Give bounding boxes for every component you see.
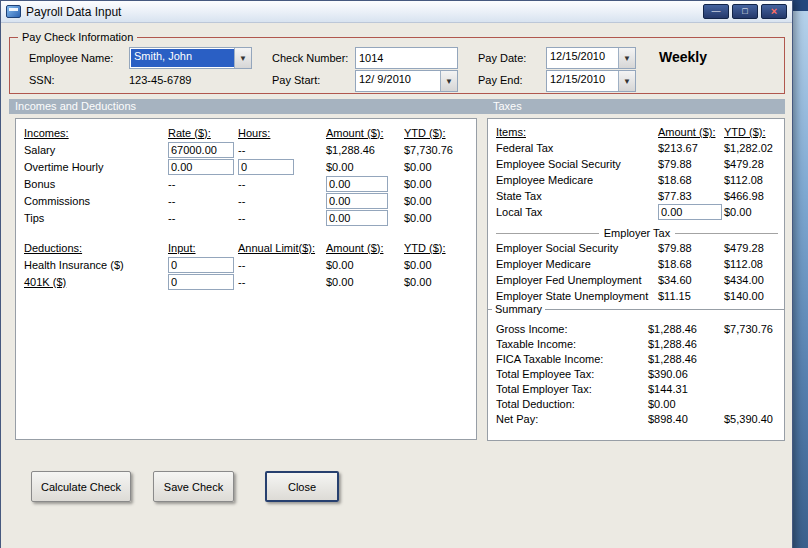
summary-amount-value: $1,288.46 [648, 353, 724, 365]
tips-hours-value: -- [238, 212, 326, 224]
employer-taxes-table: Employer Social Security $79.88 $479.28 … [496, 240, 778, 304]
summary-table: Gross Income: $1,288.46 $7,730.76 Taxabl… [488, 315, 784, 426]
summary-amount-value: $1,288.46 [648, 323, 724, 335]
row-label-health-insurance: Health Insurance ($) [24, 259, 168, 271]
minimize-button[interactable]: — [703, 4, 729, 19]
pay-end-combobox[interactable]: 12/15/2010 ▼ [546, 70, 636, 92]
close-icon: × [771, 6, 777, 17]
dropdown-arrow-icon[interactable]: ▼ [440, 71, 457, 91]
tax-row-label: State Tax [496, 190, 658, 202]
calculate-check-button[interactable]: Calculate Check [31, 471, 131, 502]
desktop-background: Payroll Data Input — □ × Pay Check Infor… [0, 0, 808, 548]
employee-name-combobox[interactable]: Smith, John ▼ [129, 47, 252, 69]
summary-amount-value: $390.06 [648, 368, 724, 380]
deductions-table: Deductions: Input: Annual Limit($): Amou… [24, 239, 474, 290]
employee-name-label: Employee Name: [29, 52, 113, 64]
incomes-table: Incomes: Rate ($): Hours: Amount ($): YT… [24, 124, 474, 226]
tax-ytd-value: $479.28 [724, 242, 778, 254]
payroll-window: Payroll Data Input — □ × Pay Check Infor… [0, 0, 793, 548]
section-header-incomes-deductions: Incomes and Deductions [15, 100, 136, 112]
paycheck-info-legend: Pay Check Information [18, 31, 137, 43]
dropdown-arrow-icon[interactable]: ▼ [618, 48, 635, 68]
row-label-salary: Salary [24, 144, 168, 156]
commissions-hours-value: -- [238, 195, 326, 207]
tax-row-label: Employer Fed Unemployment [496, 274, 658, 286]
arrow-glyph: ▼ [623, 77, 631, 86]
overtime-hours-input[interactable] [238, 159, 294, 175]
salary-amount-value: $1,288.46 [326, 144, 404, 156]
tax-ytd-value: $112.08 [724, 258, 778, 270]
pay-date-combobox[interactable]: 12/15/2010 ▼ [546, 47, 636, 69]
pay-start-combobox[interactable]: 12/ 9/2010 ▼ [355, 70, 458, 92]
incomes-deductions-panel: Incomes: Rate ($): Hours: Amount ($): YT… [15, 118, 477, 440]
tax-ytd-value: $1,282.02 [724, 142, 778, 154]
tips-rate-value: -- [168, 212, 238, 224]
section-header-taxes: Taxes [493, 100, 522, 112]
commissions-amount-input[interactable] [326, 193, 388, 209]
arrow-glyph: ▼ [623, 54, 631, 63]
health-insurance-input[interactable] [168, 257, 234, 273]
tax-amount-value: $11.15 [658, 290, 724, 302]
health-limit-value: -- [238, 259, 326, 271]
column-header-amount: Amount ($): [658, 126, 724, 138]
column-header-deductions: Deductions: [24, 242, 168, 254]
column-header-ytd: YTD ($): [724, 126, 778, 138]
summary-ytd-value: $7,730.76 [724, 323, 784, 335]
summary-amount-value: $144.31 [648, 383, 724, 395]
column-header-ytd: YTD ($): [404, 242, 474, 254]
salary-rate-input[interactable] [168, 142, 234, 158]
column-header-annual-limit: Annual Limit($): [238, 242, 326, 254]
401k-limit-value: -- [238, 276, 326, 288]
column-header-amount: Amount ($): [326, 127, 404, 139]
health-ytd-value: $0.00 [404, 259, 474, 271]
tips-amount-input[interactable] [326, 210, 388, 226]
desktop-fragment [792, 0, 808, 11]
section-band: Incomes and Deductions Taxes [9, 99, 785, 114]
pay-date-label: Pay Date: [478, 52, 526, 64]
taxes-table: Items: Amount ($): YTD ($): Federal Tax … [496, 124, 778, 220]
maximize-button[interactable]: □ [732, 4, 758, 19]
tax-amount-value: $18.68 [658, 258, 724, 270]
bonus-amount-input[interactable] [326, 176, 388, 192]
maximize-icon: □ [742, 7, 747, 16]
column-header-items: Items: [496, 126, 658, 138]
summary-row-label: Gross Income: [496, 323, 648, 335]
pay-frequency-label: Weekly [659, 49, 707, 65]
pay-end-value: 12/15/2010 [547, 71, 618, 91]
ssn-label: SSN: [29, 74, 55, 86]
pay-start-label: Pay Start: [272, 74, 320, 86]
summary-row-label: Net Pay: [496, 413, 648, 425]
minimize-icon: — [712, 7, 721, 16]
salary-hours-value: -- [238, 144, 326, 156]
close-button[interactable]: Close [265, 471, 339, 502]
summary-amount-value: $1,288.46 [648, 338, 724, 350]
local-tax-input[interactable] [658, 204, 722, 220]
column-header-amount: Amount ($): [326, 242, 404, 254]
tax-row-label: Federal Tax [496, 142, 658, 154]
summary-group: Summary Gross Income: $1,288.46 $7,730.7… [487, 303, 785, 441]
dropdown-arrow-icon[interactable]: ▼ [618, 71, 635, 91]
tax-amount-value: $77.83 [658, 190, 724, 202]
column-header-ytd: YTD ($): [404, 127, 474, 139]
tax-row-label: Employer Medicare [496, 258, 658, 270]
401k-link[interactable]: 401K ($) [24, 276, 168, 288]
401k-ytd-value: $0.00 [404, 276, 474, 288]
401k-input[interactable] [168, 274, 234, 290]
tips-ytd-value: $0.00 [404, 212, 474, 224]
close-window-button[interactable]: × [761, 4, 787, 19]
tax-row-label: Employer State Unemployment [496, 290, 658, 302]
dropdown-arrow-icon[interactable]: ▼ [234, 48, 251, 68]
bonus-hours-value: -- [238, 178, 326, 190]
tax-amount-value: $34.60 [658, 274, 724, 286]
overtime-rate-input[interactable] [168, 159, 234, 175]
ssn-value: 123-45-6789 [129, 74, 191, 86]
row-label-bonus: Bonus [24, 178, 168, 190]
tax-row-label: Employee Medicare [496, 174, 658, 186]
check-number-input[interactable] [355, 47, 458, 69]
save-check-button[interactable]: Save Check [153, 471, 234, 502]
local-tax-ytd-value: $0.00 [724, 206, 778, 218]
title-bar[interactable]: Payroll Data Input — □ × [1, 1, 792, 23]
summary-amount-value: $898.40 [648, 413, 724, 425]
tax-amount-value: $213.67 [658, 142, 724, 154]
local-tax-label: Local Tax [496, 206, 658, 218]
